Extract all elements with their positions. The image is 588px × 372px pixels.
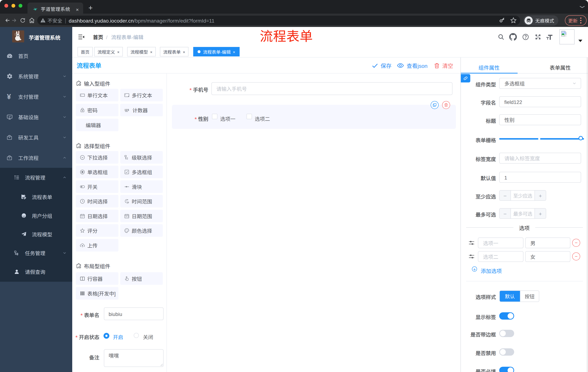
svg-text:123: 123 (125, 108, 129, 111)
